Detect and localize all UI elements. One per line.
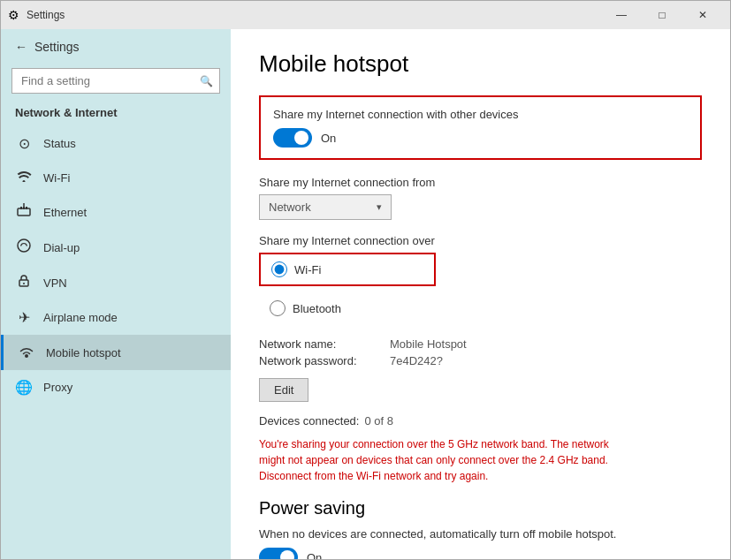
share-toggle-box: Share my Internet connection with other … [259, 95, 702, 160]
airplane-icon: ✈ [15, 309, 33, 326]
devices-connected-row: Devices connected: 0 of 8 [259, 414, 702, 428]
sidebar-item-airplane[interactable]: ✈ Airplane mode [1, 300, 231, 335]
sidebar-item-label: Ethernet [43, 206, 87, 219]
warning-text: You're sharing your connection over the … [259, 436, 613, 484]
back-icon: ← [15, 40, 27, 54]
sidebar-item-label: Wi-Fi [43, 171, 70, 185]
bluetooth-radio-label: Bluetooth [293, 302, 341, 315]
dialup-icon [15, 238, 33, 256]
sidebar-item-dialup[interactable]: Dial-up [1, 230, 231, 265]
sidebar-item-hotspot[interactable]: Mobile hotspot [1, 335, 231, 370]
sidebar-item-label: Mobile hotspot [46, 346, 121, 359]
power-saving-toggle-slider [259, 548, 298, 559]
svg-point-5 [18, 239, 30, 252]
sidebar-item-label: Airplane mode [43, 311, 118, 324]
sidebar-item-proxy[interactable]: 🌐 Proxy [1, 370, 231, 405]
sidebar-back-button[interactable]: ← Settings [1, 29, 231, 64]
bluetooth-radio-row: Bluetooth [259, 293, 702, 323]
chevron-down-icon: ▾ [377, 201, 382, 213]
titlebar-title: Settings [27, 9, 65, 21]
hotspot-icon [18, 344, 35, 361]
network-password-label: Network password: [259, 354, 383, 367]
dropdown-value: Network [269, 201, 311, 214]
ethernet-icon [15, 203, 33, 221]
bluetooth-radio[interactable] [270, 300, 286, 316]
status-icon: ⊙ [15, 135, 33, 152]
svg-rect-0 [18, 208, 30, 216]
sidebar-item-label: Status [43, 137, 76, 150]
share-toggle-slider [273, 128, 312, 148]
sidebar-search: 🔍 [11, 68, 220, 94]
settings-icon: ⚙ [8, 8, 19, 22]
share-over-label: Share my Internet connection over [259, 234, 702, 247]
sidebar-item-label: Proxy [43, 381, 72, 394]
svg-rect-3 [26, 207, 27, 209]
svg-point-8 [25, 354, 28, 358]
sidebar-item-ethernet[interactable]: Ethernet [1, 194, 231, 230]
sidebar-item-vpn[interactable]: VPN [1, 265, 231, 300]
titlebar: ⚙ Settings — □ ✕ [1, 1, 730, 29]
search-input[interactable] [11, 68, 220, 94]
svg-point-7 [23, 283, 25, 284]
devices-label: Devices connected: [259, 414, 359, 428]
proxy-icon: 🌐 [15, 379, 33, 396]
share-toggle[interactable] [273, 128, 312, 148]
vpn-icon [15, 274, 33, 291]
power-saving-title: Power saving [259, 498, 702, 518]
sidebar: ← Settings 🔍 Network & Internet ⊙ Status… [1, 29, 231, 559]
search-icon: 🔍 [200, 75, 213, 87]
sidebar-item-label: VPN [43, 276, 67, 290]
titlebar-controls: — □ ✕ [601, 1, 723, 29]
titlebar-left: ⚙ Settings [8, 8, 65, 22]
network-info: Network name: Mobile Hotspot Network pas… [259, 337, 702, 367]
content-area: Mobile hotspot Share my Internet connect… [231, 29, 730, 559]
wifi-radio-label: Wi-Fi [294, 263, 321, 276]
sidebar-item-wifi[interactable]: Wi-Fi [1, 161, 231, 194]
devices-count: 0 of 8 [364, 414, 393, 428]
close-button[interactable]: ✕ [682, 1, 723, 29]
page-title: Mobile hotspot [259, 50, 702, 78]
share-toggle-state: On [321, 132, 336, 145]
edit-button[interactable]: Edit [259, 378, 308, 402]
wifi-radio[interactable] [271, 261, 287, 277]
share-from-section: Share my Internet connection from Networ… [259, 176, 702, 220]
power-saving-toggle-state: On [307, 551, 322, 560]
sidebar-section-label: Network & Internet [1, 101, 231, 126]
main-content: ← Settings 🔍 Network & Internet ⊙ Status… [1, 29, 730, 559]
sidebar-item-label: Dial-up [43, 241, 80, 254]
share-toggle-row: On [273, 128, 688, 148]
svg-rect-2 [23, 207, 25, 209]
share-over-section: Share my Internet connection over Wi-Fi … [259, 234, 702, 323]
back-label: Settings [34, 40, 80, 54]
sidebar-item-status[interactable]: ⊙ Status [1, 126, 231, 161]
network-name-label: Network name: [259, 337, 383, 351]
svg-rect-1 [20, 207, 22, 209]
share-from-dropdown[interactable]: Network ▾ [259, 194, 392, 220]
minimize-button[interactable]: — [601, 1, 642, 29]
wifi-radio-box: Wi-Fi [259, 253, 436, 286]
power-saving-toggle-row: On [259, 548, 702, 559]
power-saving-description: When no devices are connected, automatic… [259, 527, 702, 541]
share-from-label: Share my Internet connection from [259, 176, 702, 189]
settings-window: ⚙ Settings — □ ✕ ← Settings 🔍 Network & … [0, 0, 731, 560]
maximize-button[interactable]: □ [642, 1, 682, 29]
wifi-icon [15, 170, 33, 185]
power-saving-toggle[interactable] [259, 548, 298, 559]
network-name-value: Mobile Hotspot [390, 337, 702, 351]
network-password-value: 7e4D242? [390, 354, 702, 367]
share-toggle-label: Share my Internet connection with other … [273, 108, 688, 121]
